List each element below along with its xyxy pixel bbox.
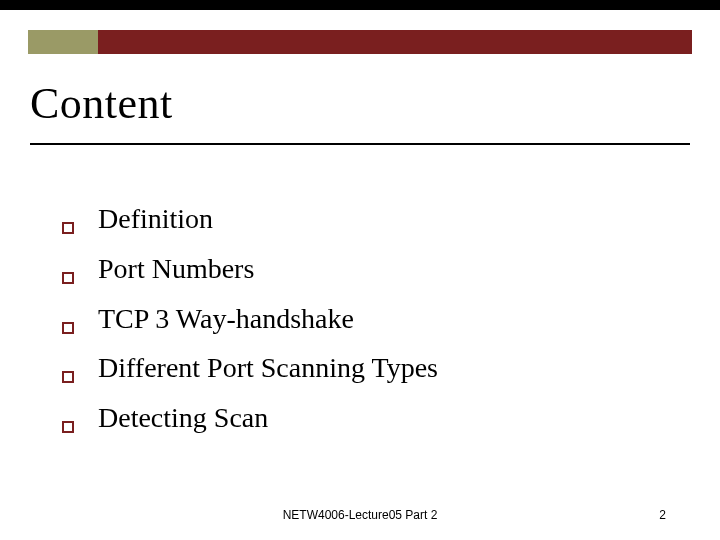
- bullet-text: Different Port Scanning Types: [98, 349, 438, 387]
- bullet-square-icon: [62, 272, 74, 284]
- accent-left: [28, 30, 98, 54]
- footer-center-text: NETW4006-Lecture05 Part 2: [283, 508, 438, 522]
- bullet-text: TCP 3 Way-handshake: [98, 300, 354, 338]
- title-block: Content: [30, 78, 690, 145]
- title-rule: [30, 143, 690, 145]
- footer-page-number: 2: [659, 508, 666, 522]
- bullet-square-icon: [62, 421, 74, 433]
- list-item: Port Numbers: [62, 250, 622, 288]
- bullet-square-icon: [62, 371, 74, 383]
- bullet-list: Definition Port Numbers TCP 3 Way-handsh…: [62, 200, 622, 449]
- bullet-square-icon: [62, 322, 74, 334]
- footer: NETW4006-Lecture05 Part 2 2: [0, 508, 720, 522]
- accent-right: [98, 30, 692, 54]
- page-title: Content: [30, 78, 690, 129]
- accent-bar: [28, 30, 692, 54]
- bullet-text: Port Numbers: [98, 250, 254, 288]
- top-stripe: [0, 0, 720, 10]
- list-item: Different Port Scanning Types: [62, 349, 622, 387]
- list-item: Definition: [62, 200, 622, 238]
- list-item: Detecting Scan: [62, 399, 622, 437]
- bullet-square-icon: [62, 222, 74, 234]
- list-item: TCP 3 Way-handshake: [62, 300, 622, 338]
- bullet-text: Definition: [98, 200, 213, 238]
- bullet-text: Detecting Scan: [98, 399, 268, 437]
- slide: Content Definition Port Numbers TCP 3 Wa…: [0, 0, 720, 540]
